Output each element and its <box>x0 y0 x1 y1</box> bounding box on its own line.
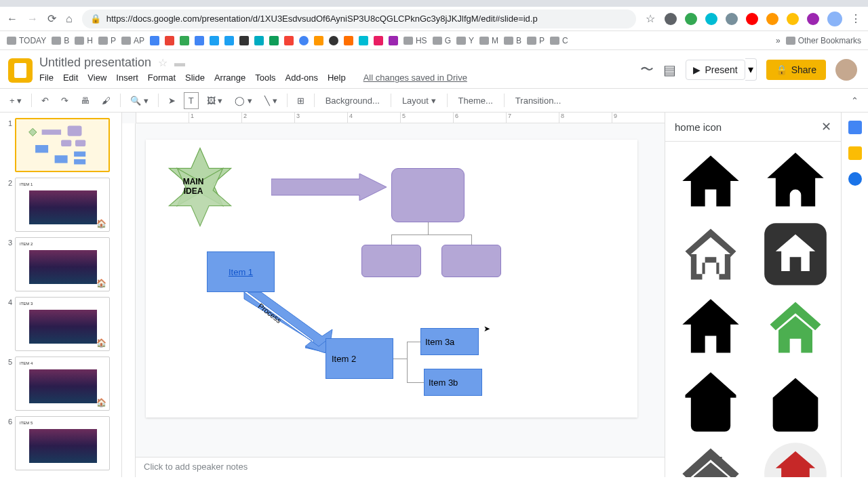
ext-icon[interactable] <box>705 13 717 25</box>
bookmark[interactable]: HS <box>403 36 427 45</box>
home-icon-result[interactable] <box>756 293 836 361</box>
menu-format[interactable]: Format <box>148 73 176 83</box>
bookmark[interactable] <box>344 36 353 45</box>
bookmark[interactable]: C <box>550 36 568 45</box>
home-icon-result[interactable] <box>756 147 836 215</box>
line-tool[interactable]: ╲ ▾ <box>260 93 281 108</box>
menu-help[interactable]: Help <box>328 73 346 83</box>
bookmark[interactable] <box>299 36 309 45</box>
present-button[interactable]: ▶ Present <box>686 60 745 80</box>
icon-results[interactable] <box>665 142 841 477</box>
bookmark[interactable]: TODAY <box>7 36 46 45</box>
menu-slide[interactable]: Slide <box>185 73 205 83</box>
slides-logo[interactable] <box>8 58 33 83</box>
undo-button[interactable]: ↶ <box>37 93 53 108</box>
star-icon[interactable]: ☆ <box>646 12 655 25</box>
present-dropdown[interactable]: ▾ <box>745 58 757 81</box>
keep-icon[interactable] <box>848 146 862 160</box>
doc-title[interactable]: Untitled presentation <box>39 56 151 70</box>
comments-icon[interactable]: ▤ <box>663 62 676 78</box>
theme-button[interactable]: Theme... <box>453 93 498 108</box>
bookmark[interactable] <box>195 36 204 45</box>
bookmark[interactable]: AP <box>121 36 144 45</box>
home-icon-result[interactable] <box>671 440 751 477</box>
item3a-box[interactable]: Item 3a <box>420 328 479 355</box>
slide-thumb-6[interactable]: 6 ITEM 5 <box>3 416 119 470</box>
forward-button[interactable]: → <box>27 13 38 25</box>
bookmark[interactable] <box>210 36 219 45</box>
background-button[interactable]: Background... <box>320 93 385 108</box>
tasks-icon[interactable] <box>848 172 862 186</box>
slide-thumb-3[interactable]: 3 ITEM 2🏠 <box>3 237 119 291</box>
bookmark[interactable] <box>180 36 189 45</box>
ext-icon[interactable] <box>787 13 799 25</box>
bookmark[interactable] <box>314 36 323 45</box>
layout-button[interactable]: Layout ▾ <box>397 93 441 108</box>
ext-icon[interactable] <box>665 13 677 25</box>
home-icon-result[interactable] <box>671 147 751 215</box>
paint-format-button[interactable]: 🖌 <box>98 93 115 108</box>
close-icon[interactable]: ✕ <box>821 119 831 134</box>
menu-edit[interactable]: Edit <box>63 73 78 83</box>
new-slide-button[interactable]: + ▾ <box>5 93 26 108</box>
home-icon-result[interactable] <box>671 367 751 434</box>
menu-file[interactable]: File <box>39 73 54 83</box>
zoom-button[interactable]: 🔍 ▾ <box>126 93 153 108</box>
comment-button[interactable]: ⊞ <box>293 93 309 108</box>
menu-addons[interactable]: Add-ons <box>285 73 318 83</box>
ext-icon[interactable] <box>726 13 738 25</box>
purple-box-1[interactable] <box>391 168 465 222</box>
bookmark[interactable] <box>389 36 398 45</box>
ext-icon[interactable] <box>685 13 697 25</box>
bookmark[interactable] <box>359 36 368 45</box>
image-tool[interactable]: 🖼 ▾ <box>203 93 227 108</box>
reload-button[interactable]: ⟳ <box>47 12 56 25</box>
home-icon-result[interactable] <box>671 293 751 361</box>
bookmark[interactable]: H <box>75 36 93 45</box>
bookmark[interactable] <box>224 36 234 45</box>
url-field[interactable]: 🔒 https://docs.google.com/presentation/d… <box>82 9 636 28</box>
bookmark[interactable] <box>284 36 294 45</box>
select-tool[interactable]: ➤ <box>164 93 180 108</box>
menu-insert[interactable]: Insert <box>116 73 138 83</box>
slide-thumb-5[interactable]: 5 ITEM 4🏠 <box>3 357 119 411</box>
bookmark[interactable]: G <box>433 36 451 45</box>
menu-view[interactable]: View <box>87 73 106 83</box>
item3b-box[interactable]: Item 3b <box>424 369 482 396</box>
bookmark[interactable]: B <box>52 36 69 45</box>
bookmark[interactable] <box>269 36 279 45</box>
collapse-toolbar[interactable]: ⌃ <box>847 93 863 108</box>
activity-icon[interactable]: 〜 <box>640 60 654 79</box>
home-icon-result[interactable] <box>756 440 836 477</box>
bookmark[interactable] <box>165 36 174 45</box>
bookmark[interactable]: M <box>479 36 498 45</box>
menu-icon[interactable]: ⋮ <box>850 12 861 25</box>
purple-box-3[interactable] <box>441 245 501 277</box>
speaker-notes[interactable]: Click to add speaker notes <box>136 457 665 477</box>
ext-icon[interactable] <box>766 13 778 25</box>
textbox-tool[interactable]: T <box>184 92 199 109</box>
bookmark[interactable]: P <box>98 36 116 45</box>
process-arrow[interactable] <box>241 292 336 353</box>
purple-box-2[interactable] <box>361 245 421 277</box>
home-button[interactable]: ⌂ <box>66 13 73 25</box>
overflow-icon[interactable]: » <box>776 36 781 45</box>
bookmark[interactable] <box>329 36 338 45</box>
canvas-area[interactable]: 123456789 MAIN IDEA It <box>122 113 665 477</box>
user-avatar[interactable] <box>835 59 857 81</box>
calendar-icon[interactable] <box>848 121 862 134</box>
home-icon-result[interactable] <box>756 220 836 288</box>
redo-button[interactable]: ↷ <box>57 93 73 108</box>
menu-arrange[interactable]: Arrange <box>214 73 245 83</box>
home-icon-result[interactable] <box>671 220 751 288</box>
bookmark[interactable]: B <box>504 36 521 45</box>
ext-icon[interactable] <box>807 13 819 25</box>
profile-avatar[interactable] <box>827 12 842 26</box>
slide-thumb-4[interactable]: 4 ITEM 3🏠 <box>3 297 119 351</box>
share-button[interactable]: 🔒 Share <box>766 60 826 80</box>
slide-thumb-1[interactable]: 1 <box>3 118 119 172</box>
transition-button[interactable]: Transition... <box>510 93 566 108</box>
bookmark[interactable] <box>254 36 264 45</box>
print-button[interactable]: 🖶 <box>77 93 94 108</box>
item2-box[interactable]: Item 2 <box>326 338 393 379</box>
